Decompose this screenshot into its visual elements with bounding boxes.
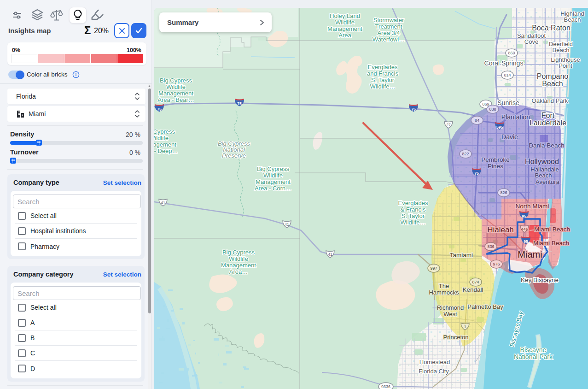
svg-text:441: 441 [521, 227, 528, 231]
svg-text:Plantation: Plantation [501, 113, 530, 121]
svg-text:Wildlife: Wildlife [229, 255, 248, 262]
svg-text:Wildlife: Wildlife [263, 172, 283, 179]
svg-text:Boca Raton: Boca Raton [532, 24, 571, 32]
svg-text:Beach: Beach [564, 16, 581, 23]
svg-text:75: 75 [411, 107, 416, 112]
svg-text:595: 595 [496, 125, 503, 130]
svg-text:838: 838 [489, 107, 496, 112]
svg-text:41: 41 [285, 222, 289, 227]
svg-text:84: 84 [475, 118, 479, 123]
svg-text:Wildlife…: Wildlife… [370, 83, 396, 90]
svg-text:41: 41 [328, 252, 332, 257]
svg-text:Oakland Park: Oakland Park [532, 97, 568, 104]
svg-text:41: 41 [161, 200, 165, 205]
svg-text:& Francis: & Francis [401, 206, 426, 213]
svg-text:and Francis: and Francis [367, 70, 398, 77]
svg-text:Area…: Area… [229, 268, 248, 275]
svg-text:Homestead: Homestead [419, 359, 450, 365]
svg-text:Miami: Miami [518, 249, 542, 259]
svg-text:Key Biscayne: Key Biscayne [521, 277, 559, 283]
svg-text:Area 3/4: Area 3/4 [377, 29, 400, 36]
svg-text:Wildlife…: Wildlife… [401, 219, 426, 226]
svg-text:West: West [443, 311, 457, 318]
svg-text:Management: Management [256, 178, 291, 185]
svg-text:Florida City: Florida City [419, 368, 449, 375]
svg-text:Pembroke: Pembroke [481, 156, 510, 163]
svg-text:Management: Management [158, 90, 193, 97]
svg-text:Management: Management [154, 141, 176, 148]
svg-text:Beach: Beach [542, 80, 563, 88]
svg-text:Area - Corn…: Area - Corn… [255, 185, 291, 192]
svg-text:Waterfowl…: Waterfowl… [373, 36, 405, 43]
svg-text:Hammocks: Hammocks [429, 289, 459, 296]
svg-text:Wildlife: Wildlife [166, 83, 186, 90]
svg-text:874: 874 [472, 280, 479, 284]
svg-text:Wildlife: Wildlife [154, 135, 169, 141]
svg-text:Preserve: Preserve [222, 152, 246, 159]
svg-text:27: 27 [446, 123, 451, 127]
svg-text:Davie: Davie [501, 133, 518, 141]
svg-text:836: 836 [487, 244, 494, 249]
svg-text:Biscayne: Biscayne [520, 346, 547, 354]
svg-text:Management: Management [221, 262, 256, 269]
svg-text:9336: 9336 [381, 384, 390, 389]
svg-text:Hollywood: Hollywood [525, 158, 559, 165]
svg-text:997: 997 [430, 266, 437, 271]
svg-text:Palmetto Bay: Palmetto Bay [467, 303, 503, 310]
svg-text:Treatment: Treatment [375, 23, 402, 30]
svg-text:Management: Management [327, 25, 362, 32]
svg-text:826: 826 [500, 190, 507, 195]
svg-text:Dania Beach: Dania Beach [529, 142, 564, 149]
svg-text:The: The [439, 283, 449, 289]
svg-text:Area: Area [338, 32, 351, 39]
svg-text:1: 1 [464, 324, 466, 329]
svg-text:Hialeah: Hialeah [487, 225, 514, 234]
svg-text:S. Taylor: S. Taylor [371, 77, 395, 83]
svg-text:Stormwater: Stormwater [373, 17, 404, 24]
svg-text:814: 814 [504, 73, 511, 77]
svg-text:Richmond: Richmond [437, 304, 464, 311]
svg-text:Wildlife: Wildlife [335, 19, 355, 26]
svg-text:Miami Beach: Miami Beach [534, 226, 570, 233]
svg-text:Big Cypress: Big Cypress [222, 249, 255, 256]
svg-text:Area - Deep…: Area - Deep… [154, 147, 178, 154]
svg-text:North Miami: North Miami [516, 203, 549, 210]
svg-text:Big Cypress: Big Cypress [160, 77, 192, 84]
svg-text:869: 869 [508, 51, 515, 55]
svg-text:Point: Point [559, 62, 572, 69]
svg-text:Pines: Pines [488, 163, 503, 170]
svg-text:Fort: Fort [541, 112, 555, 119]
svg-text:Miami Beach: Miami Beach [533, 240, 569, 247]
svg-text:75: 75 [237, 101, 242, 106]
svg-text:Lauderdale: Lauderdale [530, 119, 566, 127]
svg-text:Beach: Beach [535, 172, 552, 179]
svg-text:Holey Land: Holey Land [330, 12, 360, 19]
svg-text:Big Cypress: Big Cypress [154, 128, 175, 135]
svg-text:Area - Bear…: Area - Bear… [157, 96, 194, 103]
svg-text:95: 95 [524, 239, 528, 244]
svg-text:822: 822 [462, 152, 469, 156]
svg-text:National Park: National Park [514, 353, 553, 360]
svg-text:S. Taylor: S. Taylor [402, 212, 425, 219]
svg-text:Everglades: Everglades [367, 64, 398, 71]
svg-text:Tamiami: Tamiami [450, 252, 473, 259]
svg-text:Kendall: Kendall [462, 286, 483, 293]
svg-text:Sunrise: Sunrise [497, 99, 519, 106]
svg-text:95: 95 [522, 214, 526, 218]
svg-text:Pompano: Pompano [537, 72, 569, 80]
svg-text:Everglades: Everglades [398, 200, 428, 206]
svg-text:Cove: Cove [524, 38, 538, 45]
svg-text:869: 869 [482, 102, 489, 106]
svg-text:75: 75 [474, 171, 479, 176]
svg-text:Coral Springs: Coral Springs [484, 59, 524, 67]
svg-text:Princeton: Princeton [443, 334, 469, 341]
svg-text:976: 976 [493, 262, 500, 266]
svg-text:75: 75 [157, 107, 162, 112]
svg-text:Big Cypress: Big Cypress [257, 165, 290, 172]
svg-text:Beach: Beach [553, 47, 570, 53]
svg-text:Aventura: Aventura [536, 178, 560, 185]
